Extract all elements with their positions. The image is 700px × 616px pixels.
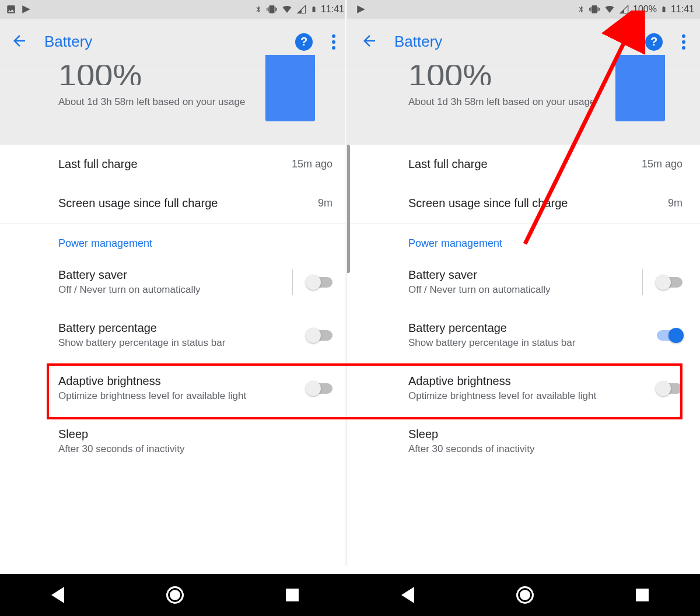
- adaptive-title: Adaptive brightness: [58, 374, 307, 388]
- wifi-icon: [604, 5, 615, 14]
- battery-estimate: About 1d 3h 58m left based on your usage: [58, 96, 245, 109]
- screen-usage-label: Screen usage since full charge: [408, 197, 568, 210]
- battery-saver-toggle[interactable]: [307, 277, 332, 288]
- battery-level: 100%: [408, 65, 595, 85]
- adaptive-sub: Optimize brightness level for available …: [58, 390, 307, 402]
- status-time: 11:41: [671, 4, 694, 15]
- battery-percentage-title: Battery percentage: [58, 321, 307, 335]
- back-button[interactable]: [10, 32, 28, 52]
- battery-graphic: [615, 55, 665, 121]
- sleep-sub: After 30 seconds of inactivity: [408, 443, 682, 455]
- more-icon[interactable]: [678, 34, 690, 50]
- bluetooth-icon: [577, 4, 585, 15]
- more-icon[interactable]: [328, 34, 340, 50]
- vertical-divider: [642, 270, 643, 295]
- status-battery-pct: 100%: [633, 4, 657, 15]
- screen-usage-value: 9m: [668, 197, 682, 209]
- nav-back-button[interactable]: [51, 587, 64, 603]
- sleep-title: Sleep: [408, 428, 682, 441]
- vibrate-icon: [589, 4, 600, 15]
- row-battery-percentage[interactable]: Battery percentage Show battery percenta…: [0, 309, 350, 362]
- battery-saver-sub: Off / Never turn on automatically: [408, 284, 628, 296]
- play-store-icon: [356, 4, 366, 15]
- row-last-full-charge[interactable]: Last full charge 15m ago: [0, 145, 350, 184]
- row-sleep[interactable]: Sleep After 30 seconds of inactivity: [0, 415, 350, 468]
- battery-percentage-toggle[interactable]: [307, 330, 332, 341]
- last-charge-value: 15m ago: [642, 158, 682, 170]
- battery-icon: [660, 4, 667, 15]
- sleep-sub: After 30 seconds of inactivity: [58, 443, 332, 455]
- battery-hero: 100% About 1d 3h 58m left based on your …: [0, 65, 350, 145]
- back-button[interactable]: [360, 32, 378, 52]
- battery-icon: [310, 4, 317, 15]
- row-sleep[interactable]: Sleep After 30 seconds of inactivity: [350, 415, 700, 468]
- battery-saver-toggle[interactable]: [657, 277, 682, 288]
- status-bar: 100% 11:41: [350, 0, 700, 19]
- section-power-management: Power management: [350, 223, 700, 256]
- image-icon: [6, 4, 16, 15]
- nav-recent-button[interactable]: [636, 589, 649, 601]
- battery-level: 100%: [58, 65, 245, 85]
- vertical-divider: [292, 270, 293, 295]
- signal-icon: [619, 5, 629, 14]
- signal-icon: [296, 5, 307, 14]
- help-icon[interactable]: ?: [645, 33, 663, 51]
- row-adaptive-brightness[interactable]: Adaptive brightness Optimize brightness …: [0, 362, 350, 415]
- screen-usage-value: 9m: [318, 197, 332, 209]
- wifi-icon: [281, 5, 293, 14]
- last-charge-value: 15m ago: [292, 158, 332, 170]
- row-screen-usage[interactable]: Screen usage since full charge 9m: [350, 184, 700, 223]
- battery-percentage-title: Battery percentage: [408, 321, 657, 335]
- battery-estimate: About 1d 3h 58m left based on your usage: [408, 96, 595, 109]
- battery-saver-title: Battery saver: [58, 268, 278, 282]
- nav-home-button[interactable]: [516, 586, 534, 604]
- navigation-bar: [0, 574, 350, 616]
- row-battery-saver[interactable]: Battery saver Off / Never turn on automa…: [0, 256, 350, 309]
- adaptive-title: Adaptive brightness: [408, 374, 657, 388]
- bluetooth-icon: [254, 4, 262, 15]
- battery-graphic: [265, 55, 315, 121]
- battery-saver-sub: Off / Never turn on automatically: [58, 284, 278, 296]
- navigation-bar: [350, 574, 700, 616]
- last-charge-label: Last full charge: [408, 158, 488, 171]
- status-bar: 11:41: [0, 0, 350, 19]
- phone-right: 100% 11:41 Battery ? 100% About 1d 3h 58…: [350, 0, 700, 616]
- battery-percentage-sub: Show battery percentage in status bar: [408, 337, 657, 349]
- screen-usage-label: Screen usage since full charge: [58, 197, 218, 210]
- settings-list: Last full charge 15m ago Screen usage si…: [350, 145, 700, 574]
- play-store-icon: [21, 4, 32, 15]
- row-battery-percentage[interactable]: Battery percentage Show battery percenta…: [350, 309, 700, 362]
- phone-left: 11:41 Battery ? 100% About 1d 3h 58m lef…: [0, 0, 350, 616]
- battery-saver-title: Battery saver: [408, 268, 628, 282]
- last-charge-label: Last full charge: [58, 158, 138, 171]
- section-power-management: Power management: [0, 223, 350, 256]
- row-screen-usage[interactable]: Screen usage since full charge 9m: [0, 184, 350, 223]
- phone-divider: [345, 0, 347, 566]
- help-icon[interactable]: ?: [295, 33, 313, 51]
- sleep-title: Sleep: [58, 428, 332, 441]
- status-time: 11:41: [321, 4, 344, 15]
- battery-percentage-toggle[interactable]: [657, 330, 682, 341]
- vibrate-icon: [266, 4, 278, 15]
- adaptive-toggle[interactable]: [307, 383, 332, 394]
- adaptive-sub: Optimize brightness level for available …: [408, 390, 657, 402]
- settings-list: Last full charge 15m ago Screen usage si…: [0, 145, 350, 574]
- row-battery-saver[interactable]: Battery saver Off / Never turn on automa…: [350, 256, 700, 309]
- battery-percentage-sub: Show battery percentage in status bar: [58, 337, 307, 349]
- nav-back-button[interactable]: [401, 587, 414, 603]
- page-title: Battery: [394, 33, 645, 51]
- page-title: Battery: [44, 33, 295, 51]
- row-adaptive-brightness[interactable]: Adaptive brightness Optimize brightness …: [350, 362, 700, 415]
- row-last-full-charge[interactable]: Last full charge 15m ago: [350, 145, 700, 184]
- adaptive-toggle[interactable]: [657, 383, 682, 394]
- nav-recent-button[interactable]: [286, 589, 299, 601]
- battery-hero: 100% About 1d 3h 58m left based on your …: [350, 65, 700, 145]
- nav-home-button[interactable]: [166, 586, 184, 604]
